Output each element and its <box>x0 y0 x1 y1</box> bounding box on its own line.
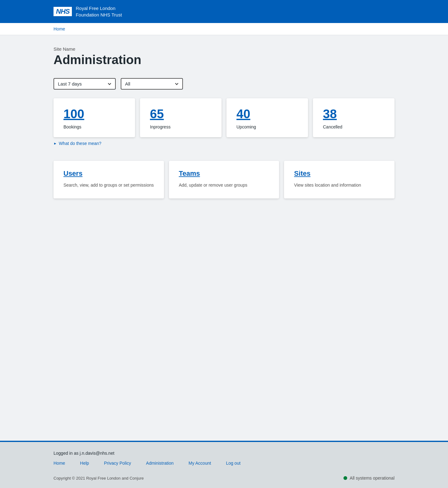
filters-row: Last 7 days Last 30 days Last 90 days Al… <box>54 78 394 90</box>
mgmt-card: Users Search, view, add to groups or set… <box>54 161 164 198</box>
org-line1: Royal Free London <box>76 6 115 11</box>
stat-card: 65 Inprogress <box>140 98 222 137</box>
mgmt-card-title[interactable]: Sites <box>294 170 385 178</box>
stat-label: Upcoming <box>236 124 256 129</box>
mgmt-card-title[interactable]: Users <box>63 170 154 178</box>
category-filter-select[interactable]: All Booked Inprogress Upcoming Cancelled <box>121 78 183 90</box>
status-dot-icon <box>343 476 347 480</box>
logged-in-text: Logged in as j.n.davis@nhs.net <box>54 451 394 456</box>
footer-link-home[interactable]: Home <box>54 461 65 466</box>
page-title: Administration <box>54 53 394 67</box>
stats-row: 100 Bookings 65 Inprogress 40 Upcoming 3… <box>54 98 394 137</box>
site-footer: Logged in as j.n.davis@nhs.net HomeHelpP… <box>0 441 448 488</box>
org-line2: Foundation NHS Trust <box>76 12 122 17</box>
nhs-logo-text: NHS <box>54 7 72 16</box>
mgmt-cards-row: Users Search, view, add to groups or set… <box>54 161 394 198</box>
stat-label: Cancelled <box>323 124 342 129</box>
stat-card: 100 Bookings <box>54 98 135 137</box>
footer-link-help[interactable]: Help <box>80 461 89 466</box>
org-name: Royal Free London Foundation NHS Trust <box>76 5 122 18</box>
mgmt-card-title[interactable]: Teams <box>179 170 269 178</box>
stat-number[interactable]: 65 <box>150 107 212 121</box>
mgmt-card: Sites View sites location and informatio… <box>284 161 394 198</box>
stat-card: 40 Upcoming <box>226 98 308 137</box>
footer-link-administration[interactable]: Administration <box>146 461 174 466</box>
mgmt-card-desc: Search, view, add to groups or set permi… <box>63 182 154 188</box>
nav-home-link[interactable]: Home <box>54 26 65 31</box>
main-content: Site Name Administration Last 7 days Las… <box>0 35 448 441</box>
nav-bar: Home <box>0 23 448 35</box>
status-indicator: All systems operational <box>343 476 394 481</box>
arrow-right-icon: ► <box>54 142 57 145</box>
mgmt-card: Teams Add, update or remove user groups <box>169 161 279 198</box>
mgmt-card-desc: Add, update or remove user groups <box>179 182 269 188</box>
stat-label: Bookings <box>63 124 82 129</box>
what-mean-link[interactable]: ► What do these mean? <box>54 141 394 146</box>
status-text: All systems operational <box>350 476 394 481</box>
time-filter-select[interactable]: Last 7 days Last 30 days Last 90 days Al… <box>54 78 116 90</box>
stat-number[interactable]: 100 <box>63 107 125 121</box>
site-header: NHS Royal Free London Foundation NHS Tru… <box>0 0 448 23</box>
nhs-logo: NHS <box>54 7 72 16</box>
stat-card: 38 Cancelled <box>313 98 394 137</box>
copyright-text: Copyright © 2021 Royal Free London and C… <box>54 476 144 481</box>
mgmt-card-desc: View sites location and information <box>294 182 385 188</box>
footer-link-privacy-policy[interactable]: Privacy Policy <box>104 461 131 466</box>
site-name-label: Site Name <box>54 46 394 52</box>
footer-bottom: Copyright © 2021 Royal Free London and C… <box>54 476 394 481</box>
footer-link-my-account[interactable]: My Account <box>189 461 211 466</box>
footer-link-log-out[interactable]: Log out <box>226 461 240 466</box>
stat-number[interactable]: 40 <box>236 107 298 121</box>
footer-links: HomeHelpPrivacy PolicyAdministrationMy A… <box>54 461 394 466</box>
what-mean-label: What do these mean? <box>59 141 101 146</box>
stat-number[interactable]: 38 <box>323 107 385 121</box>
stat-label: Inprogress <box>150 124 170 129</box>
